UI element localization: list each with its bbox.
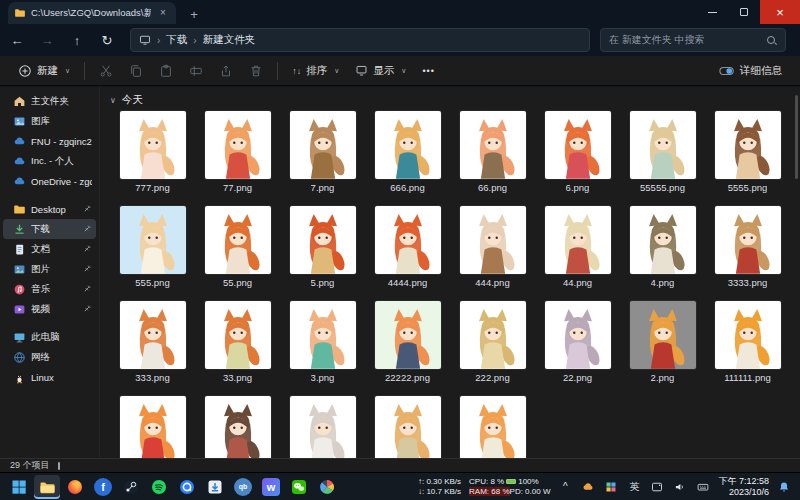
delete-button[interactable] <box>241 59 271 83</box>
taskbar-watt-toolkit-icon[interactable]: w <box>258 475 284 499</box>
file-item[interactable]: 5555.png <box>705 111 790 206</box>
file-item[interactable] <box>195 396 280 458</box>
colorful-app-icon[interactable] <box>603 479 619 495</box>
cut-button[interactable] <box>91 59 121 83</box>
taskbar-downloader-icon[interactable] <box>202 475 228 499</box>
taskbar-paint-app-icon[interactable] <box>314 475 340 499</box>
file-item[interactable]: 333.png <box>110 301 195 396</box>
file-item[interactable]: 222.png <box>450 301 535 396</box>
hidden-icons-chevron-icon[interactable]: ^ <box>557 479 573 495</box>
sidebar-item-网络[interactable]: 网络 <box>3 347 96 367</box>
view-button[interactable]: 显示 ∨ <box>347 59 414 83</box>
sidebar-item-Desktop[interactable]: Desktop <box>3 199 96 219</box>
clock[interactable]: 下午 7:12:58 2023/10/6 <box>718 476 769 498</box>
share-button[interactable] <box>211 59 241 83</box>
traffic-monitor[interactable]: ↑: 0.30 KB/s ↓: 10.7 KB/s CPU: 8 %100% R… <box>418 477 551 497</box>
file-item[interactable]: 666.png <box>365 111 450 206</box>
sidebar-item-主文件夹[interactable]: 主文件夹 <box>3 91 96 111</box>
details-pane-toggle[interactable]: 详细信息 <box>711 59 790 83</box>
file-item[interactable]: 77.png <box>195 111 280 206</box>
file-item[interactable]: 55.png <box>195 206 280 301</box>
taskbar-spotify-icon[interactable] <box>146 475 172 499</box>
breadcrumb-downloads[interactable]: 下载 <box>166 33 187 47</box>
sidebar-item-图库[interactable]: 图库 <box>3 111 96 131</box>
vertical-scrollbar[interactable] <box>795 95 798 179</box>
taskbar-qbittorrent-icon[interactable]: qb <box>230 475 256 499</box>
file-item[interactable]: 44.png <box>535 206 620 301</box>
address-bar[interactable]: › 下载 › 新建文件夹 <box>130 28 590 52</box>
speaker-icon[interactable] <box>672 479 688 495</box>
sidebar-item-FNU - zgqinc2[interactable]: FNU - zgqinc2 <box>3 131 96 151</box>
taskbar-start-icon[interactable] <box>6 475 32 499</box>
sidebar-item-此电脑[interactable]: 此电脑 <box>3 327 96 347</box>
file-item[interactable]: 55555.png <box>620 111 705 206</box>
file-item[interactable] <box>365 396 450 458</box>
file-item[interactable] <box>110 396 195 458</box>
file-item[interactable]: 66.png <box>450 111 535 206</box>
tab-close-icon[interactable]: × <box>156 6 170 20</box>
file-item[interactable]: 111111.png <box>705 301 790 396</box>
file-item[interactable]: 2.png <box>620 301 705 396</box>
sidebar-item-文档[interactable]: 文档 <box>3 239 96 259</box>
file-name: 4.png <box>651 277 675 288</box>
sidebar-item-视频[interactable]: 视频 <box>3 299 96 319</box>
sort-button[interactable]: ↑↓ 排序 ∨ <box>284 59 347 83</box>
copy-button[interactable] <box>121 59 151 83</box>
taskbar-file-explorer-icon[interactable] <box>34 475 60 499</box>
taskbar-f-app-icon[interactable]: f <box>90 475 116 499</box>
file-item[interactable]: 777.png <box>110 111 195 206</box>
sidebar-item-图片[interactable]: 图片 <box>3 259 96 279</box>
sidebar-item-Inc. - 个人[interactable]: Inc. - 个人 <box>3 151 96 171</box>
sidebar-item-下载[interactable]: 下载 <box>3 219 96 239</box>
more-options-button[interactable]: ••• <box>414 59 442 83</box>
group-collapse-icon: ∨ <box>110 96 116 105</box>
ime-indicator-icon[interactable]: 英 <box>626 479 642 495</box>
command-toolbar: 新建 ∨ ↑↓ 排序 ∨ 显示 ∨ ••• 详细信息 <box>0 56 800 86</box>
taskbar-quark-icon[interactable] <box>174 475 200 499</box>
explorer-tab[interactable]: C:\Users\ZGQ\Downloads\新建 × <box>8 2 176 24</box>
taskbar-steam-icon[interactable] <box>118 475 144 499</box>
search-input[interactable]: 在 新建文件夹 中搜索 <box>600 28 786 52</box>
close-button[interactable]: × <box>760 0 800 24</box>
taskbar-firefox-icon[interactable] <box>62 475 88 499</box>
taskbar-wechat-icon[interactable] <box>286 475 312 499</box>
file-item[interactable]: 4.png <box>620 206 705 301</box>
breadcrumb-new-folder[interactable]: 新建文件夹 <box>203 33 256 47</box>
paste-button[interactable] <box>151 59 181 83</box>
sort-icon: ↑↓ <box>292 66 301 76</box>
file-item[interactable]: 5.png <box>280 206 365 301</box>
file-item[interactable]: 444.png <box>450 206 535 301</box>
file-item[interactable]: 22222.png <box>365 301 450 396</box>
file-item[interactable]: 4444.png <box>365 206 450 301</box>
file-item[interactable]: 33.png <box>195 301 280 396</box>
file-item[interactable] <box>450 396 535 458</box>
touch-keyboard-icon[interactable] <box>695 479 711 495</box>
file-item[interactable]: 555.png <box>110 206 195 301</box>
power-draw: PD: 0.00 W <box>510 487 551 496</box>
sidebar-item-OneDrive - zgqinc[interactable]: OneDrive - zgqinc <box>3 171 96 191</box>
file-item[interactable]: 3.png <box>280 301 365 396</box>
sidebar: 主文件夹图库FNU - zgqinc2Inc. - 个人OneDrive - z… <box>0 87 100 458</box>
new-button[interactable]: 新建 ∨ <box>10 59 78 83</box>
navigation-bar: ← → ↑ ↻ › 下载 › 新建文件夹 在 新建文件夹 中搜索 <box>0 24 800 56</box>
file-item[interactable]: 7.png <box>280 111 365 206</box>
up-button[interactable]: ↑ <box>64 28 90 52</box>
notification-bell-icon[interactable] <box>776 479 792 495</box>
file-item[interactable] <box>280 396 365 458</box>
new-tab-button[interactable]: + <box>184 6 204 24</box>
file-item[interactable]: 22.png <box>535 301 620 396</box>
sidebar-item-音乐[interactable]: 音乐 <box>3 279 96 299</box>
minimize-button[interactable] <box>696 0 728 24</box>
file-item[interactable]: 3333.png <box>705 206 790 301</box>
maximize-button[interactable] <box>728 0 760 24</box>
back-button[interactable]: ← <box>4 28 30 52</box>
rename-button[interactable] <box>181 59 211 83</box>
chevron-down-icon: ∨ <box>401 67 406 75</box>
cloud-drive-icon[interactable] <box>580 479 596 495</box>
file-item[interactable]: 6.png <box>535 111 620 206</box>
sidebar-item-Linux[interactable]: Linux <box>3 367 96 387</box>
tablet-icon[interactable] <box>649 479 665 495</box>
refresh-button[interactable]: ↻ <box>94 28 120 52</box>
forward-button[interactable]: → <box>34 28 60 52</box>
group-header[interactable]: ∨ 今天 <box>100 87 800 107</box>
